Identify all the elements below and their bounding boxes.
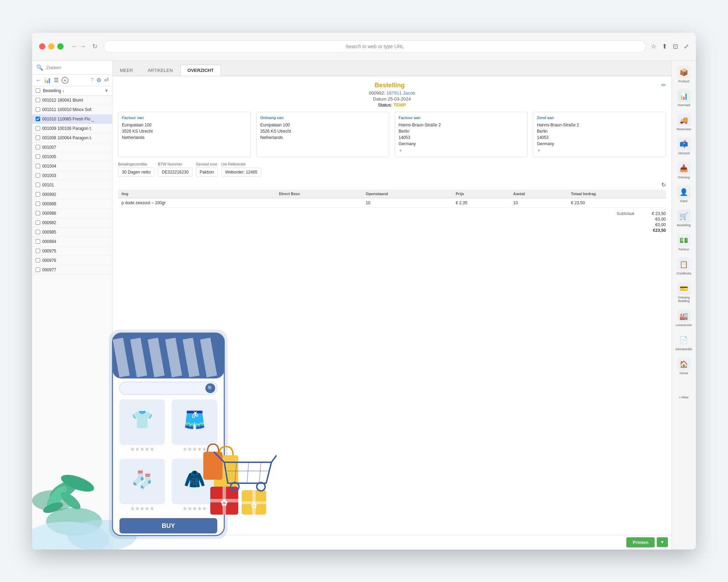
filter-icon[interactable]: ▼ bbox=[104, 88, 109, 93]
sidebar-item[interactable]: 000976 bbox=[32, 256, 112, 265]
order-content: ✏ Bestelling 000992: 187911 Jacob Datum … bbox=[112, 76, 671, 535]
right-icon-ontvang_betaling[interactable]: 💳 Ontvang Betaling bbox=[674, 280, 694, 305]
right-icon-box-ontvang: 📥 bbox=[677, 162, 691, 175]
right-icon-box-voorraad: 📊 bbox=[677, 89, 691, 103]
sidebar-checkbox[interactable] bbox=[36, 220, 40, 225]
sidebar-checkbox[interactable] bbox=[36, 135, 40, 140]
right-icon-klant[interactable]: 👤 Klant bbox=[674, 183, 694, 205]
close-button[interactable] bbox=[39, 43, 45, 50]
forward-icon[interactable]: → bbox=[80, 43, 86, 50]
right-icon-ontvang[interactable]: 📥 Ontvang bbox=[674, 160, 694, 182]
sidebar-checkbox[interactable] bbox=[36, 230, 40, 234]
tab-overzicht[interactable]: OVERZICHT bbox=[180, 65, 221, 76]
sidebar-item[interactable]: 001003 bbox=[32, 171, 112, 181]
sidebar-item[interactable]: 000977 bbox=[32, 265, 112, 275]
back-icon[interactable]: ← bbox=[71, 43, 78, 50]
fullscreen-icon[interactable]: ⤢ bbox=[684, 43, 689, 50]
right-icon-bestelling[interactable]: 🛒 Bestelling bbox=[674, 207, 694, 229]
betalingsconditie-value[interactable]: 30 Dagen netto bbox=[118, 168, 154, 177]
print-button[interactable]: Printen bbox=[626, 537, 655, 547]
sidebar-item[interactable]: 000986 bbox=[32, 209, 112, 218]
sidebar-filter-row: Bestelling ↓ ▼ bbox=[32, 86, 112, 96]
sidebar-item[interactable]: 001005 bbox=[32, 152, 112, 162]
reload-icon[interactable]: ↻ bbox=[92, 43, 97, 50]
sidebar-item[interactable]: 001004 bbox=[32, 162, 112, 171]
sidebar-item[interactable]: 000984 bbox=[32, 237, 112, 246]
sidebar-item-label: 00101 bbox=[42, 183, 109, 187]
sidebar-checkbox[interactable] bbox=[36, 192, 40, 197]
sidebar-item-label: 001004 bbox=[42, 164, 109, 169]
right-icon-inkooporder[interactable]: 📄 Inkooporder bbox=[674, 331, 694, 353]
help-icon[interactable]: ? bbox=[90, 77, 94, 83]
right-icon-meer[interactable]: « Meer bbox=[674, 380, 694, 401]
select-all-checkbox[interactable] bbox=[36, 88, 40, 93]
btw-nummer-value[interactable]: DE322216230 bbox=[158, 168, 192, 177]
right-icon-leverancier[interactable]: 🏭 Leverancier bbox=[674, 307, 694, 329]
sidebar-checkbox[interactable] bbox=[36, 249, 40, 253]
zend-aan-dropdown[interactable]: ▼ bbox=[537, 148, 541, 153]
minimize-button[interactable] bbox=[48, 43, 54, 50]
right-icon-factuur[interactable]: 💵 Factuur bbox=[674, 231, 694, 253]
sidebar-checkbox[interactable] bbox=[36, 211, 40, 215]
sidebar-checkbox[interactable] bbox=[36, 201, 40, 206]
sidebar-item[interactable]: 00101 bbox=[32, 181, 112, 190]
sidebar-checkbox[interactable] bbox=[36, 239, 40, 244]
ontvang-van-box: Ontvang van Europalaan 1003526 KS Utrech… bbox=[256, 112, 389, 157]
sidebar-item[interactable]: 000982 bbox=[32, 218, 112, 228]
add-icon[interactable]: + bbox=[61, 77, 68, 84]
sidebar-item[interactable]: 000989 bbox=[32, 199, 112, 209]
sidebar-item[interactable]: 001012 180041 Blumi bbox=[32, 96, 112, 105]
sidebar-checkbox[interactable] bbox=[36, 126, 40, 131]
sidebar-item[interactable]: 001009 100106 Paragon t. bbox=[32, 124, 112, 133]
share-icon[interactable]: ⬆ bbox=[662, 43, 667, 50]
list-icon[interactable]: ☰ bbox=[54, 77, 59, 83]
sidebar-checkbox[interactable] bbox=[36, 173, 40, 178]
chart-icon[interactable]: 📊 bbox=[44, 77, 51, 83]
sidebar-checkbox[interactable] bbox=[36, 258, 40, 263]
window-icon[interactable]: ⊡ bbox=[673, 43, 678, 50]
factuur-aan-dropdown[interactable]: ▼ bbox=[399, 148, 402, 153]
right-icon-reserveer[interactable]: 🚚 Reserveer bbox=[674, 111, 694, 133]
sidebar-item[interactable]: 001011 100010 Minox Sof. bbox=[32, 105, 112, 115]
right-icon-voorraad[interactable]: 📊 Voorraad bbox=[674, 87, 694, 109]
sidebar-item[interactable]: 000975 bbox=[32, 246, 112, 256]
edit-icon[interactable]: ✏ bbox=[661, 82, 666, 88]
uw-referentie-value[interactable]: Weborder: 12465 bbox=[221, 168, 262, 177]
sidebar-item[interactable]: 001008 100064 Paragon t. bbox=[32, 133, 112, 143]
col-prijs: Prijs bbox=[452, 190, 510, 198]
print-dropdown-button[interactable]: ▼ bbox=[657, 537, 668, 547]
sidebar-checkbox[interactable] bbox=[36, 117, 40, 121]
sidebar-item-label: 000989 bbox=[42, 201, 109, 206]
sidebar-item[interactable]: 000992 bbox=[32, 190, 112, 199]
sidebar-item[interactable]: 001007 bbox=[32, 143, 112, 152]
logout-icon[interactable]: ⏎ bbox=[104, 77, 109, 83]
back-icon[interactable]: ← bbox=[36, 77, 41, 83]
sidebar-checkbox[interactable] bbox=[36, 107, 40, 112]
right-icon-home[interactable]: 🏠 Home bbox=[674, 355, 694, 377]
sidebar-checkbox[interactable] bbox=[36, 145, 40, 149]
table-row[interactable]: p dode zeezout – 100gr 10 € 2,35 10 € 23… bbox=[118, 198, 666, 207]
sidebar-checkbox[interactable] bbox=[36, 267, 40, 272]
right-icon-creditnota[interactable]: 📋 Creditnota bbox=[674, 256, 694, 278]
sidebar-checkbox[interactable] bbox=[36, 183, 40, 187]
sidebar-checkbox[interactable] bbox=[36, 154, 40, 159]
bookmark-icon[interactable]: ☆ bbox=[651, 43, 656, 50]
refresh-icon[interactable]: ↻ bbox=[661, 182, 666, 188]
sidebar-checkbox[interactable] bbox=[36, 164, 40, 168]
sidebar-item[interactable]: 000985 bbox=[32, 228, 112, 237]
right-icon-box-product: 📦 bbox=[677, 66, 691, 79]
search-input-label[interactable]: Zoeken bbox=[46, 65, 61, 70]
tab-meer[interactable]: MEER bbox=[112, 65, 140, 76]
payment-row: Betalingsconditie 30 Dagen netto BTW Num… bbox=[118, 162, 666, 177]
right-icon-product[interactable]: 📦 Product bbox=[674, 64, 694, 86]
sidebar-checkbox[interactable] bbox=[36, 98, 40, 102]
gereed-voor-value[interactable]: Pakbon bbox=[196, 168, 218, 177]
cell-description: p dode zeezout – 100gr bbox=[118, 198, 275, 207]
filter-label[interactable]: Bestelling ↓ bbox=[43, 88, 64, 93]
sidebar-item[interactable]: 001010 110065 Fresh Flo _ bbox=[32, 115, 112, 124]
tab-artikelen[interactable]: ARTIKELEN bbox=[140, 65, 180, 76]
maximize-button[interactable] bbox=[57, 43, 64, 50]
right-icon-verzond[interactable]: 📫 Verzond bbox=[674, 135, 694, 157]
settings-icon[interactable]: ⚙ bbox=[96, 77, 101, 83]
address-bar[interactable]: Search in web or type URL bbox=[104, 40, 646, 53]
